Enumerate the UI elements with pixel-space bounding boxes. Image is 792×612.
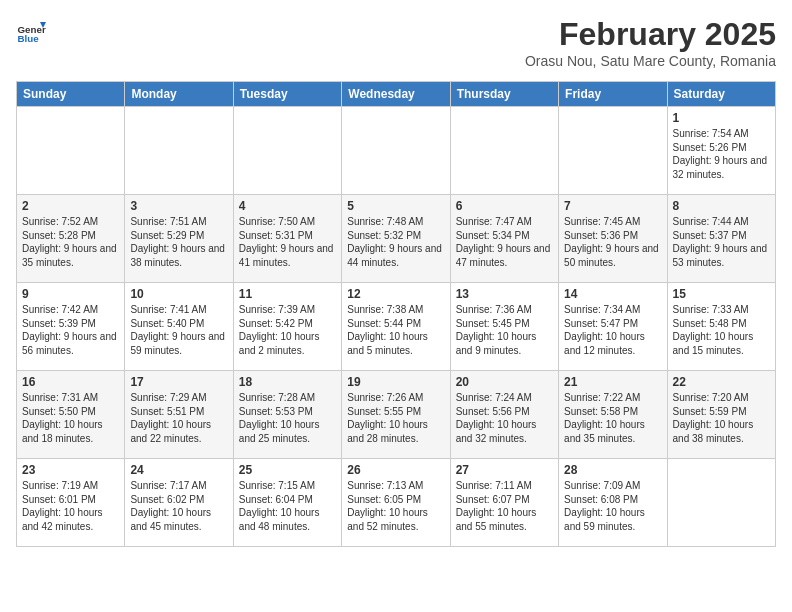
day-number: 1 bbox=[673, 111, 770, 125]
day-number: 24 bbox=[130, 463, 227, 477]
calendar-cell: 3Sunrise: 7:51 AM Sunset: 5:29 PM Daylig… bbox=[125, 195, 233, 283]
calendar-table: SundayMondayTuesdayWednesdayThursdayFrid… bbox=[16, 81, 776, 547]
day-number: 20 bbox=[456, 375, 553, 389]
calendar-cell: 14Sunrise: 7:34 AM Sunset: 5:47 PM Dayli… bbox=[559, 283, 667, 371]
day-number: 4 bbox=[239, 199, 336, 213]
calendar-cell: 18Sunrise: 7:28 AM Sunset: 5:53 PM Dayli… bbox=[233, 371, 341, 459]
calendar-cell: 27Sunrise: 7:11 AM Sunset: 6:07 PM Dayli… bbox=[450, 459, 558, 547]
day-number: 16 bbox=[22, 375, 119, 389]
day-number: 9 bbox=[22, 287, 119, 301]
day-number: 17 bbox=[130, 375, 227, 389]
day-number: 18 bbox=[239, 375, 336, 389]
day-info: Sunrise: 7:54 AM Sunset: 5:26 PM Dayligh… bbox=[673, 127, 770, 181]
calendar-cell: 15Sunrise: 7:33 AM Sunset: 5:48 PM Dayli… bbox=[667, 283, 775, 371]
calendar-cell: 22Sunrise: 7:20 AM Sunset: 5:59 PM Dayli… bbox=[667, 371, 775, 459]
calendar-cell: 7Sunrise: 7:45 AM Sunset: 5:36 PM Daylig… bbox=[559, 195, 667, 283]
calendar-cell: 10Sunrise: 7:41 AM Sunset: 5:40 PM Dayli… bbox=[125, 283, 233, 371]
day-number: 28 bbox=[564, 463, 661, 477]
day-number: 14 bbox=[564, 287, 661, 301]
day-number: 3 bbox=[130, 199, 227, 213]
day-number: 22 bbox=[673, 375, 770, 389]
month-title: February 2025 bbox=[525, 16, 776, 53]
day-number: 19 bbox=[347, 375, 444, 389]
day-info: Sunrise: 7:19 AM Sunset: 6:01 PM Dayligh… bbox=[22, 479, 119, 533]
calendar-cell: 2Sunrise: 7:52 AM Sunset: 5:28 PM Daylig… bbox=[17, 195, 125, 283]
calendar-week-row: 16Sunrise: 7:31 AM Sunset: 5:50 PM Dayli… bbox=[17, 371, 776, 459]
day-number: 26 bbox=[347, 463, 444, 477]
calendar-cell: 9Sunrise: 7:42 AM Sunset: 5:39 PM Daylig… bbox=[17, 283, 125, 371]
calendar-cell: 5Sunrise: 7:48 AM Sunset: 5:32 PM Daylig… bbox=[342, 195, 450, 283]
calendar-cell: 8Sunrise: 7:44 AM Sunset: 5:37 PM Daylig… bbox=[667, 195, 775, 283]
calendar-week-row: 9Sunrise: 7:42 AM Sunset: 5:39 PM Daylig… bbox=[17, 283, 776, 371]
calendar-cell: 26Sunrise: 7:13 AM Sunset: 6:05 PM Dayli… bbox=[342, 459, 450, 547]
logo-icon: General Blue bbox=[16, 16, 46, 46]
calendar-cell: 6Sunrise: 7:47 AM Sunset: 5:34 PM Daylig… bbox=[450, 195, 558, 283]
day-info: Sunrise: 7:34 AM Sunset: 5:47 PM Dayligh… bbox=[564, 303, 661, 357]
calendar-cell: 13Sunrise: 7:36 AM Sunset: 5:45 PM Dayli… bbox=[450, 283, 558, 371]
title-area: February 2025 Orasu Nou, Satu Mare Count… bbox=[525, 16, 776, 69]
calendar-header-row: SundayMondayTuesdayWednesdayThursdayFrid… bbox=[17, 82, 776, 107]
calendar-cell bbox=[233, 107, 341, 195]
day-info: Sunrise: 7:09 AM Sunset: 6:08 PM Dayligh… bbox=[564, 479, 661, 533]
day-number: 5 bbox=[347, 199, 444, 213]
day-number: 23 bbox=[22, 463, 119, 477]
day-info: Sunrise: 7:45 AM Sunset: 5:36 PM Dayligh… bbox=[564, 215, 661, 269]
column-header-saturday: Saturday bbox=[667, 82, 775, 107]
calendar-cell: 17Sunrise: 7:29 AM Sunset: 5:51 PM Dayli… bbox=[125, 371, 233, 459]
column-header-wednesday: Wednesday bbox=[342, 82, 450, 107]
day-number: 7 bbox=[564, 199, 661, 213]
svg-text:Blue: Blue bbox=[18, 33, 40, 44]
calendar-week-row: 1Sunrise: 7:54 AM Sunset: 5:26 PM Daylig… bbox=[17, 107, 776, 195]
location-subtitle: Orasu Nou, Satu Mare County, Romania bbox=[525, 53, 776, 69]
calendar-cell: 12Sunrise: 7:38 AM Sunset: 5:44 PM Dayli… bbox=[342, 283, 450, 371]
calendar-cell: 1Sunrise: 7:54 AM Sunset: 5:26 PM Daylig… bbox=[667, 107, 775, 195]
calendar-cell: 24Sunrise: 7:17 AM Sunset: 6:02 PM Dayli… bbox=[125, 459, 233, 547]
column-header-friday: Friday bbox=[559, 82, 667, 107]
calendar-cell bbox=[450, 107, 558, 195]
day-info: Sunrise: 7:17 AM Sunset: 6:02 PM Dayligh… bbox=[130, 479, 227, 533]
day-number: 12 bbox=[347, 287, 444, 301]
day-number: 11 bbox=[239, 287, 336, 301]
day-info: Sunrise: 7:20 AM Sunset: 5:59 PM Dayligh… bbox=[673, 391, 770, 445]
day-info: Sunrise: 7:52 AM Sunset: 5:28 PM Dayligh… bbox=[22, 215, 119, 269]
day-number: 13 bbox=[456, 287, 553, 301]
column-header-monday: Monday bbox=[125, 82, 233, 107]
day-info: Sunrise: 7:13 AM Sunset: 6:05 PM Dayligh… bbox=[347, 479, 444, 533]
calendar-cell: 25Sunrise: 7:15 AM Sunset: 6:04 PM Dayli… bbox=[233, 459, 341, 547]
day-number: 8 bbox=[673, 199, 770, 213]
calendar-cell: 11Sunrise: 7:39 AM Sunset: 5:42 PM Dayli… bbox=[233, 283, 341, 371]
calendar-cell bbox=[667, 459, 775, 547]
day-info: Sunrise: 7:41 AM Sunset: 5:40 PM Dayligh… bbox=[130, 303, 227, 357]
calendar-cell: 28Sunrise: 7:09 AM Sunset: 6:08 PM Dayli… bbox=[559, 459, 667, 547]
day-info: Sunrise: 7:39 AM Sunset: 5:42 PM Dayligh… bbox=[239, 303, 336, 357]
day-info: Sunrise: 7:33 AM Sunset: 5:48 PM Dayligh… bbox=[673, 303, 770, 357]
calendar-cell: 4Sunrise: 7:50 AM Sunset: 5:31 PM Daylig… bbox=[233, 195, 341, 283]
calendar-week-row: 23Sunrise: 7:19 AM Sunset: 6:01 PM Dayli… bbox=[17, 459, 776, 547]
calendar-cell bbox=[125, 107, 233, 195]
day-info: Sunrise: 7:51 AM Sunset: 5:29 PM Dayligh… bbox=[130, 215, 227, 269]
day-number: 15 bbox=[673, 287, 770, 301]
column-header-thursday: Thursday bbox=[450, 82, 558, 107]
day-number: 25 bbox=[239, 463, 336, 477]
day-info: Sunrise: 7:15 AM Sunset: 6:04 PM Dayligh… bbox=[239, 479, 336, 533]
day-info: Sunrise: 7:11 AM Sunset: 6:07 PM Dayligh… bbox=[456, 479, 553, 533]
day-number: 2 bbox=[22, 199, 119, 213]
day-info: Sunrise: 7:44 AM Sunset: 5:37 PM Dayligh… bbox=[673, 215, 770, 269]
calendar-cell bbox=[559, 107, 667, 195]
calendar-cell bbox=[17, 107, 125, 195]
day-info: Sunrise: 7:24 AM Sunset: 5:56 PM Dayligh… bbox=[456, 391, 553, 445]
calendar-week-row: 2Sunrise: 7:52 AM Sunset: 5:28 PM Daylig… bbox=[17, 195, 776, 283]
day-info: Sunrise: 7:50 AM Sunset: 5:31 PM Dayligh… bbox=[239, 215, 336, 269]
day-number: 27 bbox=[456, 463, 553, 477]
day-info: Sunrise: 7:48 AM Sunset: 5:32 PM Dayligh… bbox=[347, 215, 444, 269]
day-info: Sunrise: 7:22 AM Sunset: 5:58 PM Dayligh… bbox=[564, 391, 661, 445]
day-info: Sunrise: 7:47 AM Sunset: 5:34 PM Dayligh… bbox=[456, 215, 553, 269]
calendar-cell: 21Sunrise: 7:22 AM Sunset: 5:58 PM Dayli… bbox=[559, 371, 667, 459]
day-number: 10 bbox=[130, 287, 227, 301]
calendar-cell: 16Sunrise: 7:31 AM Sunset: 5:50 PM Dayli… bbox=[17, 371, 125, 459]
column-header-sunday: Sunday bbox=[17, 82, 125, 107]
calendar-cell: 19Sunrise: 7:26 AM Sunset: 5:55 PM Dayli… bbox=[342, 371, 450, 459]
logo: General Blue bbox=[16, 16, 46, 46]
day-info: Sunrise: 7:42 AM Sunset: 5:39 PM Dayligh… bbox=[22, 303, 119, 357]
page-header: General Blue February 2025 Orasu Nou, Sa… bbox=[16, 16, 776, 69]
